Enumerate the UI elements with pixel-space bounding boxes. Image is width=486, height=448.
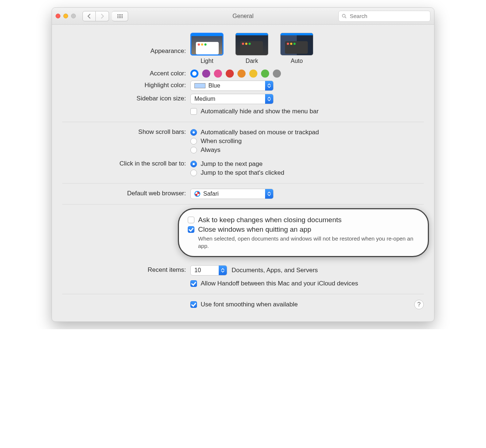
search-icon bbox=[342, 14, 347, 19]
search-field[interactable] bbox=[338, 11, 430, 22]
default-browser-select[interactable]: Safari bbox=[190, 189, 274, 199]
svg-point-8 bbox=[117, 17, 118, 18]
click-scrollbar-radio[interactable] bbox=[190, 161, 197, 167]
scrollbars-radio[interactable] bbox=[190, 129, 197, 136]
accent-color-swatch[interactable] bbox=[273, 70, 281, 78]
sidebar-icon-size-label: Sidebar icon size: bbox=[62, 94, 190, 102]
accent-color-swatch[interactable] bbox=[237, 70, 246, 78]
select-arrows-icon bbox=[265, 189, 273, 199]
recent-items-select[interactable]: 10 bbox=[190, 265, 227, 275]
handoff-checkbox[interactable] bbox=[190, 280, 197, 287]
appearance-label: Appearance: bbox=[62, 33, 190, 55]
auto-hide-menubar-label: Automatically hide and show the menu bar bbox=[201, 108, 318, 115]
select-arrows-icon bbox=[219, 266, 227, 275]
highlighted-options-callout: Ask to keep changes when closing documen… bbox=[178, 208, 429, 257]
font-smoothing-label: Use font smoothing when available bbox=[201, 301, 298, 308]
system-preferences-general-window: General Appearance: Light Dark bbox=[52, 7, 434, 322]
font-smoothing-checkbox[interactable] bbox=[190, 301, 197, 308]
accent-color-swatch[interactable] bbox=[261, 70, 269, 78]
svg-point-4 bbox=[117, 15, 118, 17]
svg-point-1 bbox=[119, 14, 120, 15]
close-windows-description: When selected, open documents and window… bbox=[198, 235, 419, 250]
click-scrollbar-option-label: Jump to the spot that's clicked bbox=[201, 169, 284, 177]
accent-color-swatch[interactable] bbox=[226, 70, 234, 78]
scrollbars-option-label: When scrolling bbox=[201, 138, 242, 145]
safari-icon bbox=[194, 191, 200, 197]
back-button[interactable] bbox=[82, 11, 96, 21]
scrollbars-radio[interactable] bbox=[190, 138, 197, 145]
click-scrollbar-option-label: Jump to the next page bbox=[201, 160, 263, 168]
highlight-color-select[interactable]: Blue bbox=[190, 81, 274, 91]
scrollbars-option-label: Automatically based on mouse or trackpad bbox=[201, 129, 319, 136]
forward-button[interactable] bbox=[96, 11, 109, 21]
handoff-label: Allow Handoff between this Mac and your … bbox=[201, 280, 358, 287]
svg-point-2 bbox=[120, 14, 121, 15]
green-dot-icon bbox=[204, 43, 207, 46]
close-windows-label: Close windows when quitting an app bbox=[198, 225, 311, 234]
auto-hide-menubar-checkbox[interactable] bbox=[190, 108, 197, 115]
highlight-swatch-icon bbox=[194, 83, 205, 88]
grid-icon bbox=[112, 11, 128, 21]
scrollbars-radio[interactable] bbox=[190, 147, 197, 153]
svg-point-6 bbox=[120, 15, 121, 17]
svg-point-7 bbox=[122, 15, 123, 17]
accent-color-swatch[interactable] bbox=[214, 70, 222, 78]
close-window-icon[interactable] bbox=[56, 14, 60, 18]
minimize-window-icon[interactable] bbox=[63, 14, 68, 18]
svg-point-3 bbox=[122, 14, 123, 15]
close-windows-checkbox[interactable] bbox=[188, 226, 194, 233]
select-arrows-icon bbox=[265, 94, 273, 104]
svg-point-9 bbox=[119, 17, 120, 18]
recent-items-label: Recent items: bbox=[62, 265, 190, 274]
accent-color-swatch[interactable] bbox=[249, 70, 257, 78]
svg-point-12 bbox=[342, 14, 345, 17]
scrollbars-option-label: Always bbox=[201, 146, 221, 154]
select-arrows-icon bbox=[265, 81, 273, 90]
titlebar: General bbox=[52, 8, 434, 25]
traffic-lights bbox=[56, 14, 76, 18]
appearance-option-light[interactable]: Light bbox=[190, 33, 223, 64]
search-input[interactable] bbox=[349, 13, 427, 19]
accent-color-swatch[interactable] bbox=[190, 70, 198, 78]
yellow-dot-icon bbox=[201, 43, 203, 46]
question-mark-icon: ? bbox=[418, 301, 421, 308]
accent-color-label: Accent color: bbox=[62, 69, 190, 77]
svg-point-0 bbox=[117, 14, 118, 15]
ask-keep-changes-label: Ask to keep changes when closing documen… bbox=[198, 216, 342, 224]
sidebar-icon-size-select[interactable]: Medium bbox=[190, 94, 274, 104]
recent-items-suffix: Documents, Apps, and Servers bbox=[232, 267, 318, 274]
svg-point-5 bbox=[119, 15, 120, 17]
svg-point-10 bbox=[120, 17, 121, 18]
zoom-window-icon bbox=[71, 14, 76, 18]
click-scrollbar-radio[interactable] bbox=[190, 170, 197, 176]
ask-keep-changes-checkbox[interactable] bbox=[188, 217, 194, 223]
nav-back-forward bbox=[82, 11, 109, 21]
chevron-left-icon bbox=[87, 14, 91, 19]
default-browser-label: Default web browser: bbox=[62, 189, 190, 197]
click-scrollbar-label: Click in the scroll bar to: bbox=[62, 159, 190, 167]
red-dot-icon bbox=[198, 43, 200, 46]
highlight-color-label: Highlight color: bbox=[62, 81, 190, 89]
preferences-pane: Appearance: Light Dark Auto bbox=[52, 25, 434, 321]
show-scroll-bars-label: Show scroll bars: bbox=[62, 127, 190, 136]
svg-point-11 bbox=[122, 17, 123, 18]
chevron-right-icon bbox=[101, 14, 104, 19]
help-button[interactable]: ? bbox=[414, 300, 424, 309]
show-all-button[interactable] bbox=[112, 11, 128, 21]
svg-line-13 bbox=[345, 17, 346, 18]
appearance-option-auto[interactable]: Auto bbox=[280, 33, 313, 64]
accent-color-swatch[interactable] bbox=[202, 70, 210, 78]
appearance-option-dark[interactable]: Dark bbox=[235, 33, 268, 64]
